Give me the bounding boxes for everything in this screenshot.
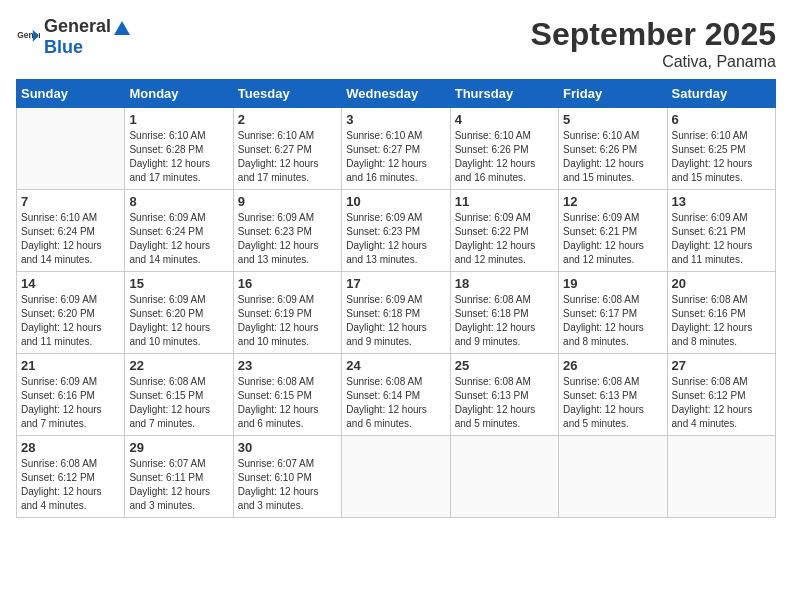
logo-blue: Blue — [44, 37, 83, 57]
day-number: 20 — [672, 276, 771, 291]
day-info: Sunrise: 6:08 AMSunset: 6:13 PMDaylight:… — [563, 375, 662, 431]
calendar-cell: 15Sunrise: 6:09 AMSunset: 6:20 PMDayligh… — [125, 272, 233, 354]
calendar-cell: 30Sunrise: 6:07 AMSunset: 6:10 PMDayligh… — [233, 436, 341, 518]
calendar-cell — [342, 436, 450, 518]
col-header-monday: Monday — [125, 80, 233, 108]
day-info: Sunrise: 6:08 AMSunset: 6:15 PMDaylight:… — [238, 375, 337, 431]
calendar-cell: 4Sunrise: 6:10 AMSunset: 6:26 PMDaylight… — [450, 108, 558, 190]
day-number: 16 — [238, 276, 337, 291]
calendar-cell: 8Sunrise: 6:09 AMSunset: 6:24 PMDaylight… — [125, 190, 233, 272]
day-info: Sunrise: 6:10 AMSunset: 6:27 PMDaylight:… — [346, 129, 445, 185]
col-header-thursday: Thursday — [450, 80, 558, 108]
day-info: Sunrise: 6:09 AMSunset: 6:18 PMDaylight:… — [346, 293, 445, 349]
day-info: Sunrise: 6:08 AMSunset: 6:16 PMDaylight:… — [672, 293, 771, 349]
calendar-cell: 11Sunrise: 6:09 AMSunset: 6:22 PMDayligh… — [450, 190, 558, 272]
day-number: 5 — [563, 112, 662, 127]
day-info: Sunrise: 6:10 AMSunset: 6:26 PMDaylight:… — [455, 129, 554, 185]
day-info: Sunrise: 6:09 AMSunset: 6:20 PMDaylight:… — [21, 293, 120, 349]
day-number: 10 — [346, 194, 445, 209]
calendar-cell: 3Sunrise: 6:10 AMSunset: 6:27 PMDaylight… — [342, 108, 450, 190]
calendar-cell: 9Sunrise: 6:09 AMSunset: 6:23 PMDaylight… — [233, 190, 341, 272]
calendar-cell: 5Sunrise: 6:10 AMSunset: 6:26 PMDaylight… — [559, 108, 667, 190]
day-info: Sunrise: 6:09 AMSunset: 6:24 PMDaylight:… — [129, 211, 228, 267]
day-number: 8 — [129, 194, 228, 209]
day-number: 4 — [455, 112, 554, 127]
day-info: Sunrise: 6:09 AMSunset: 6:21 PMDaylight:… — [563, 211, 662, 267]
col-header-sunday: Sunday — [17, 80, 125, 108]
calendar-cell: 22Sunrise: 6:08 AMSunset: 6:15 PMDayligh… — [125, 354, 233, 436]
day-number: 28 — [21, 440, 120, 455]
day-number: 19 — [563, 276, 662, 291]
col-header-wednesday: Wednesday — [342, 80, 450, 108]
month-year-title: September 2025 — [531, 16, 776, 53]
calendar-cell: 7Sunrise: 6:10 AMSunset: 6:24 PMDaylight… — [17, 190, 125, 272]
location-subtitle: Cativa, Panama — [531, 53, 776, 71]
calendar-header-row: SundayMondayTuesdayWednesdayThursdayFrid… — [17, 80, 776, 108]
day-number: 18 — [455, 276, 554, 291]
calendar-cell: 26Sunrise: 6:08 AMSunset: 6:13 PMDayligh… — [559, 354, 667, 436]
day-info: Sunrise: 6:09 AMSunset: 6:23 PMDaylight:… — [238, 211, 337, 267]
calendar-cell: 10Sunrise: 6:09 AMSunset: 6:23 PMDayligh… — [342, 190, 450, 272]
day-number: 27 — [672, 358, 771, 373]
calendar-week-row: 1Sunrise: 6:10 AMSunset: 6:28 PMDaylight… — [17, 108, 776, 190]
calendar-cell: 2Sunrise: 6:10 AMSunset: 6:27 PMDaylight… — [233, 108, 341, 190]
calendar-cell: 25Sunrise: 6:08 AMSunset: 6:13 PMDayligh… — [450, 354, 558, 436]
day-info: Sunrise: 6:09 AMSunset: 6:23 PMDaylight:… — [346, 211, 445, 267]
calendar-week-row: 7Sunrise: 6:10 AMSunset: 6:24 PMDaylight… — [17, 190, 776, 272]
day-info: Sunrise: 6:10 AMSunset: 6:27 PMDaylight:… — [238, 129, 337, 185]
calendar-week-row: 28Sunrise: 6:08 AMSunset: 6:12 PMDayligh… — [17, 436, 776, 518]
day-number: 23 — [238, 358, 337, 373]
calendar-week-row: 21Sunrise: 6:09 AMSunset: 6:16 PMDayligh… — [17, 354, 776, 436]
day-number: 15 — [129, 276, 228, 291]
logo: General General Blue — [16, 16, 133, 58]
day-number: 24 — [346, 358, 445, 373]
calendar-cell — [450, 436, 558, 518]
day-number: 2 — [238, 112, 337, 127]
day-info: Sunrise: 6:10 AMSunset: 6:24 PMDaylight:… — [21, 211, 120, 267]
day-info: Sunrise: 6:08 AMSunset: 6:15 PMDaylight:… — [129, 375, 228, 431]
calendar-cell: 21Sunrise: 6:09 AMSunset: 6:16 PMDayligh… — [17, 354, 125, 436]
calendar-cell: 18Sunrise: 6:08 AMSunset: 6:18 PMDayligh… — [450, 272, 558, 354]
logo-general: General — [44, 16, 111, 36]
day-info: Sunrise: 6:09 AMSunset: 6:16 PMDaylight:… — [21, 375, 120, 431]
day-number: 17 — [346, 276, 445, 291]
day-info: Sunrise: 6:08 AMSunset: 6:17 PMDaylight:… — [563, 293, 662, 349]
title-area: September 2025 Cativa, Panama — [531, 16, 776, 71]
day-number: 7 — [21, 194, 120, 209]
day-number: 14 — [21, 276, 120, 291]
calendar-cell: 17Sunrise: 6:09 AMSunset: 6:18 PMDayligh… — [342, 272, 450, 354]
day-info: Sunrise: 6:08 AMSunset: 6:12 PMDaylight:… — [21, 457, 120, 513]
svg-marker-1 — [114, 21, 130, 35]
calendar-table: SundayMondayTuesdayWednesdayThursdayFrid… — [16, 79, 776, 518]
calendar-week-row: 14Sunrise: 6:09 AMSunset: 6:20 PMDayligh… — [17, 272, 776, 354]
day-number: 13 — [672, 194, 771, 209]
day-info: Sunrise: 6:09 AMSunset: 6:19 PMDaylight:… — [238, 293, 337, 349]
day-info: Sunrise: 6:08 AMSunset: 6:18 PMDaylight:… — [455, 293, 554, 349]
calendar-cell: 24Sunrise: 6:08 AMSunset: 6:14 PMDayligh… — [342, 354, 450, 436]
col-header-friday: Friday — [559, 80, 667, 108]
calendar-cell: 6Sunrise: 6:10 AMSunset: 6:25 PMDaylight… — [667, 108, 775, 190]
day-info: Sunrise: 6:09 AMSunset: 6:21 PMDaylight:… — [672, 211, 771, 267]
day-info: Sunrise: 6:10 AMSunset: 6:26 PMDaylight:… — [563, 129, 662, 185]
calendar-cell — [667, 436, 775, 518]
day-info: Sunrise: 6:07 AMSunset: 6:10 PMDaylight:… — [238, 457, 337, 513]
day-info: Sunrise: 6:10 AMSunset: 6:28 PMDaylight:… — [129, 129, 228, 185]
calendar-cell: 29Sunrise: 6:07 AMSunset: 6:11 PMDayligh… — [125, 436, 233, 518]
day-number: 21 — [21, 358, 120, 373]
day-number: 1 — [129, 112, 228, 127]
day-number: 22 — [129, 358, 228, 373]
day-number: 6 — [672, 112, 771, 127]
col-header-saturday: Saturday — [667, 80, 775, 108]
day-number: 30 — [238, 440, 337, 455]
header: General General Blue September 2025 Cati… — [16, 16, 776, 71]
calendar-cell — [559, 436, 667, 518]
calendar-cell: 23Sunrise: 6:08 AMSunset: 6:15 PMDayligh… — [233, 354, 341, 436]
calendar-cell — [17, 108, 125, 190]
day-number: 9 — [238, 194, 337, 209]
day-number: 3 — [346, 112, 445, 127]
day-number: 26 — [563, 358, 662, 373]
col-header-tuesday: Tuesday — [233, 80, 341, 108]
day-info: Sunrise: 6:08 AMSunset: 6:12 PMDaylight:… — [672, 375, 771, 431]
day-number: 25 — [455, 358, 554, 373]
day-number: 11 — [455, 194, 554, 209]
